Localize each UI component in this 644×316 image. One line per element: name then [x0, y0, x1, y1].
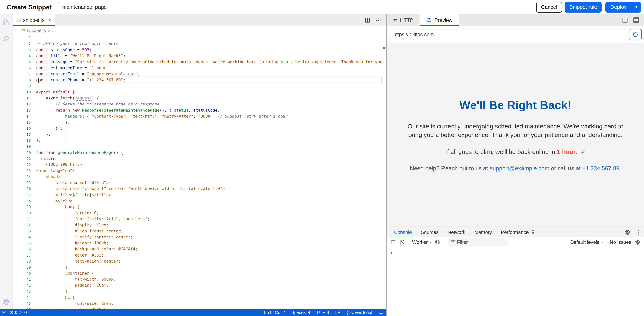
code-line[interactable]: 1 — [12, 35, 386, 41]
code-line[interactable]: 6const estimatedTime = "1 hour"; — [12, 65, 386, 71]
code-line[interactable]: 19 — [12, 143, 386, 149]
code-line[interactable]: 35 height: 100vh; — [12, 240, 386, 246]
code-line[interactable]: 36 background-color: #f4f4f4; — [12, 246, 386, 252]
settings-gear-icon[interactable] — [2, 298, 10, 306]
code-line[interactable]: 26 <meta name="viewport" content="width=… — [12, 186, 386, 192]
files-icon[interactable] — [2, 19, 10, 27]
code-line[interactable]: 31 font-family: Arial, sans-serif; — [12, 216, 386, 222]
code-line[interactable]: 8const contactPhone = "+1 234 567 89"; — [12, 77, 386, 83]
code-line[interactable]: 2// Define your customizable inputs — [12, 41, 386, 47]
code-line[interactable]: 14 headers: { "Content-Type": "text/html… — [12, 113, 386, 119]
code-line[interactable]: 9 — [12, 83, 386, 89]
snippet-rule-button[interactable]: Snippet rule — [565, 2, 602, 13]
code-line[interactable]: 44 h1 { — [12, 294, 386, 300]
log-levels-select[interactable]: Default levels ▾ — [570, 239, 603, 245]
code-line[interactable]: 30 margin: 0; — [12, 210, 386, 216]
notifications-bell-icon[interactable] — [379, 310, 384, 315]
code-line[interactable]: 24 <head> — [12, 174, 386, 180]
code-line[interactable]: 4const title = "We'll Be Right Back!"; — [12, 53, 386, 59]
devtools-tab-network[interactable]: Network — [443, 227, 470, 237]
discord-icon[interactable] — [632, 17, 640, 24]
code-line[interactable]: 20function generateMaintenancePage() { — [12, 150, 386, 156]
snippet-name-input[interactable] — [58, 2, 124, 12]
code-line[interactable]: 17 }, — [12, 131, 386, 137]
execution-context-select[interactable]: Worker ▾ — [412, 239, 431, 245]
code-text: <meta name="viewport" content="width=dev… — [36, 186, 225, 192]
code-line[interactable]: 11 async fetch(request) { — [12, 95, 386, 101]
code-line[interactable]: 16 }); — [12, 125, 386, 131]
devtools-tab-console[interactable]: Console — [390, 227, 416, 237]
code-line[interactable]: 27 <title>${title}</title> — [12, 192, 386, 198]
language-mode[interactable]: { } JavaScript — [347, 310, 372, 315]
eol-setting[interactable]: LF — [335, 310, 340, 315]
code-line[interactable]: 21 return ` — [12, 156, 386, 162]
cancel-button[interactable]: Cancel — [536, 2, 562, 13]
clear-console-icon[interactable] — [399, 239, 405, 245]
phone-link[interactable]: +1 234 567 89 — [582, 165, 619, 172]
cursor-position[interactable]: Ln 8, Col 2 — [264, 310, 285, 315]
code-line[interactable]: 10export default { — [12, 89, 386, 95]
devtools-tab-memory[interactable]: Memory — [470, 227, 496, 237]
breadcrumb-more[interactable]: ... — [52, 28, 56, 33]
deploy-button[interactable]: Deploy — [605, 2, 632, 13]
code-line[interactable]: 23<html lang="en"> — [12, 168, 386, 174]
console-settings-gear-icon[interactable] — [635, 239, 641, 245]
code-editor[interactable]: 12// Define your customizable inputs3con… — [12, 35, 386, 309]
code-line[interactable]: 32 display: flex; — [12, 222, 386, 228]
tab-snippet-js[interactable]: JS snippet.js × — [12, 15, 55, 26]
code-line[interactable]: 42 padding: 20px; — [12, 282, 386, 288]
deploy-dropdown-button[interactable]: ▼ — [632, 2, 641, 13]
search-icon[interactable] — [2, 35, 10, 43]
devtools-tab-sources[interactable]: Sources — [416, 227, 443, 237]
console-sidebar-toggle-icon[interactable] — [390, 239, 396, 245]
code-line[interactable]: 18}; — [12, 137, 386, 143]
console-prompt-chevron[interactable]: › — [390, 250, 644, 255]
code-line[interactable]: 28 <style> — [12, 198, 386, 204]
code-line[interactable]: 38 text-align: center; — [12, 258, 386, 264]
support-email-link[interactable]: support@example.com — [490, 165, 549, 172]
problems-errors[interactable]: ⊗ 0 ⚠ 0 — [10, 310, 27, 315]
docs-icon[interactable] — [622, 17, 628, 24]
editor-scrollbar[interactable] — [382, 35, 386, 309]
code-text: body { — [36, 204, 80, 210]
more-actions-icon[interactable]: ⋯ — [376, 17, 382, 24]
code-line[interactable]: 46 color: #0056b3; — [12, 306, 386, 309]
remote-indicator-icon[interactable]: >< — [2, 310, 6, 315]
encoding-setting[interactable]: UTF-8 — [317, 310, 329, 315]
code-line[interactable]: 40 .container { — [12, 270, 386, 276]
code-line[interactable]: 13 return new Response(generateMaintenan… — [12, 107, 386, 113]
kebab-menu-icon[interactable]: ⋮ — [636, 229, 641, 236]
issues-counter[interactable]: No Issues — [610, 239, 631, 245]
code-line[interactable]: 29 body { — [12, 204, 386, 210]
scrollbar-thumb[interactable] — [382, 48, 385, 49]
devtools-tab-performance[interactable]: Performance — [496, 227, 540, 237]
indentation-setting[interactable]: Spaces: 4 — [291, 310, 310, 315]
code-line[interactable]: 33 align-items: center; — [12, 228, 386, 234]
breadcrumb-file[interactable]: snippet.js — [27, 28, 46, 33]
tab-http[interactable]: ⇄ HTTP — [387, 15, 420, 26]
console-output[interactable]: › — [387, 247, 644, 316]
code-line[interactable]: 43 } — [12, 288, 386, 294]
console-filter[interactable] — [447, 238, 508, 246]
code-line[interactable]: 5const message = "Our site is currently … — [12, 59, 386, 65]
code-line[interactable]: 37 color: #333; — [12, 252, 386, 258]
code-line[interactable]: 39 } — [12, 264, 386, 270]
close-tab-icon[interactable]: × — [48, 17, 51, 23]
code-line[interactable]: 34 justify-content: center; — [12, 234, 386, 240]
split-editor-icon[interactable] — [364, 17, 371, 23]
code-line[interactable]: 7const contactEmail = "support@example.c… — [12, 71, 386, 77]
code-line[interactable]: 15 }, — [12, 119, 386, 125]
code-line[interactable]: 12 // Serve the maintenance page as a re… — [12, 101, 386, 107]
code-line[interactable]: 22 <!DOCTYPE html> — [12, 162, 386, 168]
code-line[interactable]: 25 <meta charset="UTF-8"> — [12, 180, 386, 186]
live-expression-eye-icon[interactable] — [434, 239, 440, 245]
breadcrumb[interactable]: JS snippet.js › ... — [12, 26, 386, 35]
code-line[interactable]: 45 font-size: 2rem; — [12, 300, 386, 306]
filter-input[interactable] — [457, 239, 505, 245]
tab-preview[interactable]: Preview — [420, 15, 459, 26]
devtools-settings-gear-icon[interactable] — [624, 229, 631, 235]
code-line[interactable]: 3const statusCode = 503; — [12, 47, 386, 53]
code-line[interactable]: 41 max-width: 600px; — [12, 276, 386, 282]
refresh-button[interactable] — [629, 29, 642, 40]
preview-url-input[interactable] — [389, 29, 626, 40]
